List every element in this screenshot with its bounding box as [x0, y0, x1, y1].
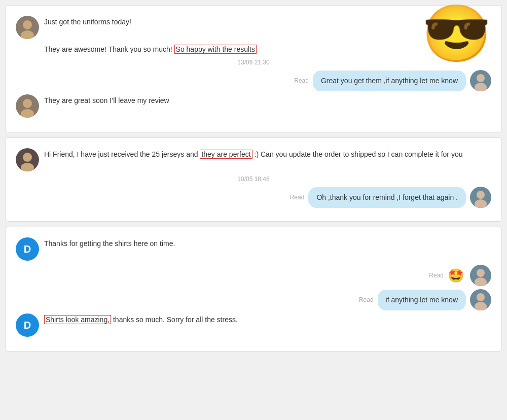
normal-text: They are awesome! Thank you so much! — [44, 45, 174, 53]
buyer-message-row: Hi Friend, I have just received the 25 j… — [16, 148, 491, 171]
highlighted-text: they are perfect — [200, 150, 252, 159]
normal-text: Hi Friend, I have just received the 25 j… — [44, 150, 200, 158]
seller-reaction-row: Read🤩 — [16, 265, 491, 286]
buyer-avatar-letter: D — [16, 237, 39, 261]
seller-avatar — [470, 187, 491, 208]
buyer-message-row: They are awesome! Thank you so much! So … — [16, 43, 491, 55]
svg-point-19 — [477, 293, 485, 301]
svg-point-4 — [477, 74, 485, 82]
buyer-message-row: DThanks for getting the shirts here on t… — [16, 237, 491, 261]
buyer-avatar-letter: D — [16, 313, 39, 337]
timestamp: 10/05 18:46 — [16, 176, 491, 183]
buyer-text: Just got the uniforms today! — [44, 16, 491, 27]
seller-message-row: ReadOh ,thank you for remind ,I forget t… — [16, 187, 491, 208]
seller-message-row: ReadGreat you get them ,if anything let … — [16, 70, 491, 91]
buyer-avatar — [16, 94, 39, 118]
normal-text: They are great soon I’ll leave my review — [44, 96, 169, 104]
seller-avatar-image — [470, 70, 491, 91]
buyer-text: Thanks for getting the shirts here on ti… — [44, 237, 491, 249]
buyer-message-row: They are great soon I’ll leave my review — [16, 94, 491, 118]
buyer-text: Hi Friend, I have just received the 25 j… — [44, 148, 491, 160]
seller-bubble: if anything let me know — [378, 290, 466, 310]
seller-bubble: Oh ,thank you for remind ,I forget that … — [308, 187, 466, 208]
timestamp: 13/06 21:30 — [16, 59, 491, 66]
buyer-avatar — [16, 148, 39, 171]
page-wrapper: 😎 Just got the uniforms today!They are a… — [0, 0, 507, 357]
read-label: Read — [294, 77, 309, 84]
normal-text: thanks so much. Sorry for all the stress… — [111, 316, 238, 324]
reaction-emoji-icon: 🤩 — [448, 268, 464, 284]
seller-avatar — [470, 289, 491, 310]
normal-text: Just got the uniforms today! — [44, 18, 131, 26]
read-label: Read — [290, 194, 305, 201]
seller-avatar-image — [470, 289, 491, 310]
conversation-block: DThanks for getting the shirts here on t… — [5, 227, 502, 352]
buyer-message-row: Just got the uniforms today! — [16, 16, 491, 39]
buyer-avatar — [16, 16, 39, 39]
conversation-block: Hi Friend, I have just received the 25 j… — [5, 137, 502, 222]
avatar-image — [16, 16, 39, 39]
seller-avatar — [470, 265, 491, 286]
read-label: Read — [359, 296, 374, 303]
svg-point-7 — [23, 99, 32, 108]
highlighted-text: So happy with the results — [174, 45, 257, 54]
svg-point-13 — [477, 191, 485, 199]
buyer-text: Shirts look amazing, thanks so much. Sor… — [44, 313, 491, 325]
read-label: Read — [429, 272, 444, 279]
seller-message-row: Readif anything let me know — [16, 289, 491, 310]
seller-avatar — [470, 70, 491, 91]
avatar-image — [16, 148, 39, 171]
svg-point-10 — [23, 153, 32, 162]
buyer-message-row: DShirts look amazing, thanks so much. So… — [16, 313, 491, 337]
svg-point-1 — [23, 20, 32, 29]
buyer-text: They are great soon I’ll leave my review — [44, 94, 491, 106]
avatar-image — [16, 94, 39, 118]
normal-text: :) Can you update the order to shipped s… — [252, 150, 463, 158]
svg-point-16 — [477, 269, 485, 277]
buyer-text: They are awesome! Thank you so much! So … — [44, 43, 491, 55]
normal-text: Thanks for getting the shirts here on ti… — [44, 239, 175, 248]
seller-bubble: Great you get them ,if anything let me k… — [313, 71, 466, 91]
conversation-block: 😎 Just got the uniforms today!They are a… — [5, 5, 502, 132]
seller-avatar-image — [470, 187, 491, 208]
highlighted-text: Shirts look amazing, — [44, 315, 111, 324]
seller-avatar-image — [470, 265, 491, 286]
